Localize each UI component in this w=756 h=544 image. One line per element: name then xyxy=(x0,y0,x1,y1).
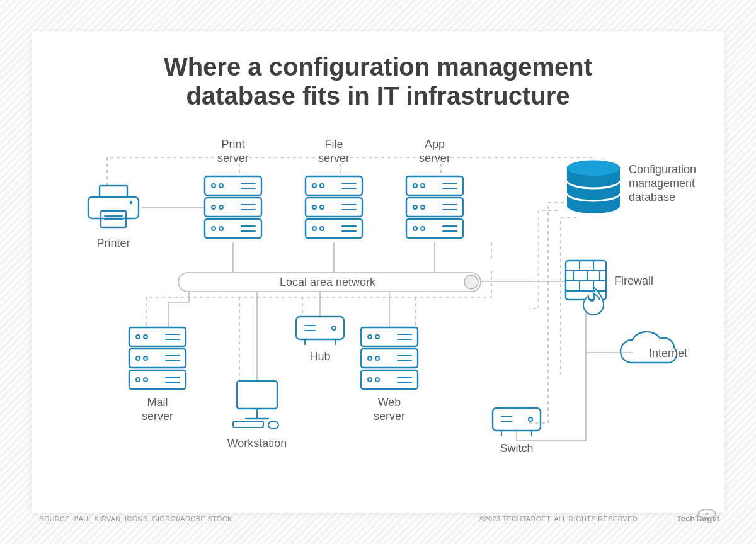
copyright-credit: ©2023 TECHTARGET. ALL RIGHTS RESERVED xyxy=(479,515,638,523)
cmdb-label-3: database xyxy=(629,191,675,203)
hub-label: Hub xyxy=(309,350,330,363)
svg-point-98 xyxy=(529,417,532,421)
svg-point-30 xyxy=(312,205,316,209)
cmdb-bus-right xyxy=(529,203,576,423)
svg-point-45 xyxy=(413,205,417,209)
svg-rect-9 xyxy=(205,198,261,217)
svg-rect-78 xyxy=(361,370,418,389)
svg-point-49 xyxy=(413,227,417,230)
svg-point-7 xyxy=(130,201,133,205)
printer-label: Printer xyxy=(96,237,130,249)
svg-point-46 xyxy=(421,205,425,209)
svg-point-41 xyxy=(413,184,417,188)
svg-rect-95 xyxy=(493,408,541,431)
workstation-icon xyxy=(233,381,278,429)
svg-point-59 xyxy=(144,335,147,339)
brand-label: TechTarget xyxy=(677,514,720,523)
printer-icon xyxy=(88,186,139,227)
web-server-icon xyxy=(361,327,418,389)
svg-rect-56 xyxy=(129,349,186,368)
file-server-icon xyxy=(306,176,362,238)
svg-rect-23 xyxy=(306,176,362,195)
svg-point-79 xyxy=(368,335,372,339)
svg-point-66 xyxy=(136,378,140,382)
app-server-label-1: App xyxy=(425,138,445,150)
svg-point-20 xyxy=(219,227,223,230)
svg-rect-70 xyxy=(296,317,344,339)
svg-point-50 xyxy=(421,227,425,230)
svg-rect-77 xyxy=(361,349,418,368)
svg-point-35 xyxy=(320,227,324,230)
svg-rect-8 xyxy=(205,176,261,195)
workstation-label: Workstation xyxy=(227,437,287,450)
print-server-label-1: Print xyxy=(221,138,244,150)
svg-rect-40 xyxy=(406,219,463,238)
svg-rect-91 xyxy=(237,381,277,409)
cmdb-icon xyxy=(567,161,620,213)
svg-point-27 xyxy=(320,184,324,188)
mail-server-label-1: Mail xyxy=(147,396,168,409)
svg-rect-25 xyxy=(306,219,362,238)
file-server-label-1: File xyxy=(324,138,343,150)
svg-rect-2 xyxy=(100,186,127,197)
firewall-label: Firewall xyxy=(614,275,653,287)
svg-rect-94 xyxy=(233,421,263,428)
svg-point-26 xyxy=(312,184,316,188)
cmdb-label-2: management xyxy=(629,177,695,190)
app-server-icon xyxy=(406,176,463,238)
firewall-icon xyxy=(566,261,606,315)
svg-point-11 xyxy=(212,184,215,188)
svg-point-1 xyxy=(464,275,478,289)
svg-point-87 xyxy=(368,378,372,382)
svg-rect-57 xyxy=(129,370,186,389)
svg-rect-38 xyxy=(406,176,463,195)
web-server-label-2: server xyxy=(374,410,405,422)
cmdb-label-1: Configuration xyxy=(629,163,696,176)
svg-point-42 xyxy=(421,184,425,188)
svg-point-12 xyxy=(219,184,223,188)
file-server-label-2: server xyxy=(318,152,350,164)
svg-point-83 xyxy=(368,356,372,360)
svg-point-67 xyxy=(144,378,147,382)
svg-point-88 xyxy=(375,378,379,382)
svg-point-15 xyxy=(212,205,215,209)
svg-point-31 xyxy=(320,205,324,209)
svg-point-63 xyxy=(144,356,147,360)
lan-pipe: Local area network xyxy=(178,273,481,292)
svg-rect-24 xyxy=(306,198,362,217)
svg-rect-39 xyxy=(406,198,463,217)
svg-point-58 xyxy=(136,335,140,339)
hub-icon xyxy=(296,317,344,344)
link-firewall-switch-internet xyxy=(517,310,633,441)
svg-point-84 xyxy=(375,356,379,360)
svg-rect-10 xyxy=(205,219,261,238)
svg-point-62 xyxy=(136,356,140,360)
svg-point-73 xyxy=(332,326,336,330)
source-credit: SOURCE: PAUL KIRVAN; ICONS: GIORGI/ADOBE… xyxy=(39,515,232,523)
page-title-line2: database fits in IT infrastructure xyxy=(186,82,570,110)
svg-point-16 xyxy=(219,205,223,209)
svg-point-80 xyxy=(375,335,379,339)
svg-point-54 xyxy=(567,161,620,176)
diagram-svg: Where a configuration management databas… xyxy=(0,0,756,544)
internet-label: Internet xyxy=(649,347,687,360)
svg-rect-76 xyxy=(361,327,418,346)
print-server-label-2: server xyxy=(217,152,249,164)
mail-server-label-2: server xyxy=(142,410,173,422)
svg-point-19 xyxy=(212,227,215,230)
svg-rect-55 xyxy=(129,327,186,346)
page-title-line1: Where a configuration management xyxy=(164,53,592,81)
lan-label: Local area network xyxy=(280,276,376,288)
svg-rect-3 xyxy=(88,197,139,218)
svg-point-34 xyxy=(312,227,316,230)
switch-label: Switch xyxy=(500,442,533,455)
print-server-icon xyxy=(205,176,261,238)
web-server-label-1: Web xyxy=(378,396,401,409)
app-server-label-2: server xyxy=(419,152,450,164)
mail-server-icon xyxy=(129,327,186,389)
